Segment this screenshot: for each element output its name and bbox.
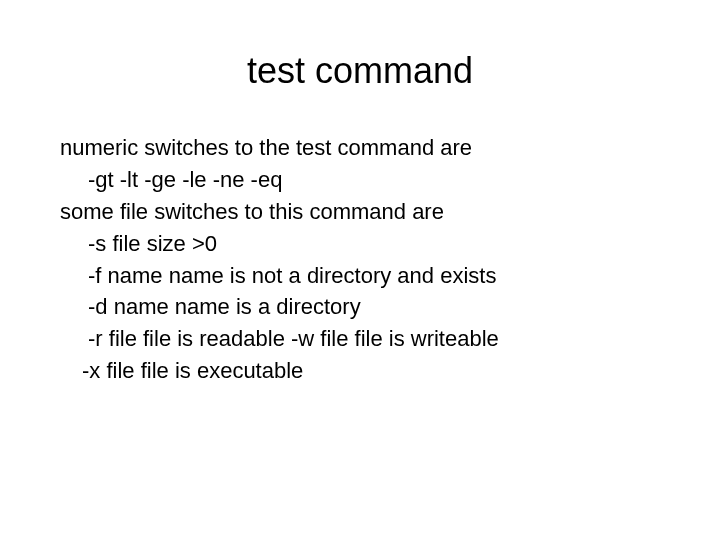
body-line: -f name name is not a directory and exis… [60, 260, 660, 292]
body-line: -d name name is a directory [60, 291, 660, 323]
body-line: some file switches to this command are [60, 196, 660, 228]
slide-title: test command [60, 50, 660, 92]
slide-body: numeric switches to the test command are… [60, 132, 660, 387]
body-line: numeric switches to the test command are [60, 132, 660, 164]
slide: test command numeric switches to the tes… [0, 0, 720, 540]
body-line: -s file size >0 [60, 228, 660, 260]
body-line: -x file file is executable [60, 355, 660, 387]
body-line: -gt -lt -ge -le -ne -eq [60, 164, 660, 196]
body-line: -r file file is readable -w file file is… [60, 323, 660, 355]
